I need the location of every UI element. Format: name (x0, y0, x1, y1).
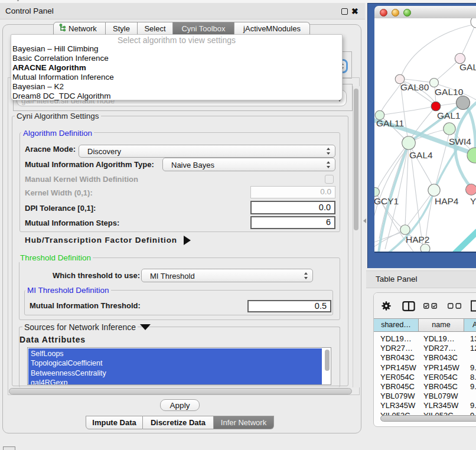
svg-text:Y: Y (470, 196, 476, 206)
svg-text:GCY1: GCY1 (374, 196, 399, 206)
svg-text:HAP4: HAP4 (435, 196, 459, 206)
svg-text:GAL1: GAL1 (437, 110, 461, 120)
svg-text:GAL4: GAL4 (409, 150, 433, 160)
svg-text:GAL10: GAL10 (435, 87, 464, 97)
svg-text:SWI4: SWI4 (449, 136, 471, 146)
svg-text:HAP2: HAP2 (406, 234, 430, 244)
svg-text:GAL11: GAL11 (376, 118, 404, 128)
svg-text:GAL80: GAL80 (400, 82, 429, 92)
svg-text:GAL7: GAL7 (459, 62, 476, 72)
